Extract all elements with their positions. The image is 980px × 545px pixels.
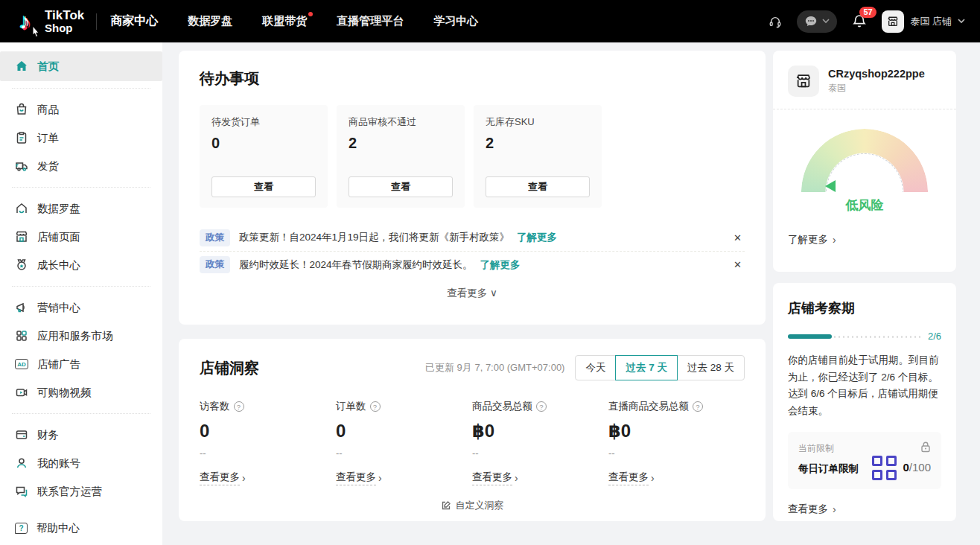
sidebar-item-home[interactable]: 首页: [0, 51, 162, 81]
logo-text-line1: TikTok: [45, 9, 84, 22]
top-nav: ♪♪♪ TikTok Shop 商家中心 数据罗盘 联盟带货 直播管理平台 学习…: [0, 0, 980, 42]
chevron-right-icon: ›: [515, 472, 518, 484]
progress-bar: [788, 334, 920, 339]
sidebar-item-shop-page[interactable]: 店铺页面: [0, 223, 162, 251]
nav-divider: [96, 13, 97, 30]
notice-row: 政策 政策更新！自2024年1月19日起，我们将更新《新手村政策》 了解更多 ✕: [200, 224, 745, 251]
tab-past-7-days[interactable]: 过去 7 天: [615, 355, 678, 380]
shop-country: 泰国: [828, 82, 925, 95]
updated-timestamp: 已更新 9月 7, 7:00 (GMT+07:00): [425, 361, 564, 375]
nav-item-affiliate[interactable]: 联盟带货: [262, 14, 307, 28]
tab-today[interactable]: 今天: [575, 355, 616, 380]
chevron-right-icon: ›: [833, 234, 836, 246]
probation-view-more-link[interactable]: 查看更多 ›: [788, 503, 836, 516]
headset-icon[interactable]: [769, 15, 782, 28]
nav-item-data-compass[interactable]: 数据罗盘: [188, 14, 232, 28]
view-more-link[interactable]: 查看更多›: [336, 471, 382, 485]
tiktok-note-icon: ♪♪♪: [19, 10, 39, 34]
close-icon[interactable]: ✕: [731, 259, 745, 270]
sidebar-footer: ? 帮助中心: [0, 511, 162, 545]
custom-insights-button[interactable]: 自定义洞察: [200, 499, 745, 512]
view-button[interactable]: 查看: [486, 176, 590, 197]
divider: [12, 413, 150, 414]
see-more-toggle[interactable]: 查看更多 ∨: [200, 287, 745, 300]
user-icon: [15, 456, 28, 470]
notification-count-badge: 57: [859, 7, 876, 18]
question-icon[interactable]: ?: [234, 401, 244, 412]
sidebar-item-products[interactable]: 商品: [0, 95, 162, 124]
sidebar-item-growth-center[interactable]: 成长中心: [0, 251, 162, 279]
view-button[interactable]: 查看: [211, 176, 316, 197]
sidebar-item-help-center[interactable]: ? 帮助中心: [0, 514, 162, 542]
edit-icon: [441, 500, 451, 511]
megaphone-icon: [15, 301, 28, 314]
limit-total: /100: [909, 461, 931, 474]
view-more-link[interactable]: 查看更多›: [472, 471, 518, 485]
metric-orders: 订单数? 0 -- 查看更多›: [336, 400, 472, 485]
tab-past-28-days[interactable]: 过去 28 天: [677, 355, 745, 380]
bag-icon: [15, 103, 28, 116]
sidebar-item-finance[interactable]: 财务: [0, 421, 162, 449]
sidebar-item-my-account[interactable]: 我的账号: [0, 449, 162, 477]
lock-icon: [920, 441, 931, 453]
shop-switcher[interactable]: 泰国 店铺: [882, 10, 965, 33]
sidebar-item-shipping[interactable]: 发货: [0, 152, 162, 180]
sidebar-item-orders[interactable]: 订单: [0, 124, 162, 152]
notifications-button[interactable]: 57: [852, 13, 867, 29]
chevron-right-icon: ›: [651, 472, 655, 484]
time-range-tabs: 今天 过去 7 天 过去 28 天: [575, 355, 745, 380]
sidebar-item-app-market[interactable]: 应用和服务市场: [0, 322, 162, 350]
nav-item-seller-center[interactable]: 商家中心: [110, 13, 158, 29]
storefront-icon: [15, 230, 28, 243]
notice-row: 政策 履约时效延长！2024年春节假期商家履约时效延长。 了解更多 ✕: [200, 251, 745, 278]
nav-menu: 商家中心 数据罗盘 联盟带货 直播管理平台 学习中心: [110, 13, 478, 29]
question-icon[interactable]: ?: [536, 401, 547, 412]
close-icon[interactable]: ✕: [731, 232, 745, 243]
limit-name: 每日订单限制: [798, 462, 859, 476]
view-more-link[interactable]: 查看更多›: [608, 471, 655, 485]
risk-learn-more-link[interactable]: 了解更多 ›: [788, 233, 836, 246]
chevron-right-icon: ›: [378, 472, 382, 484]
sidebar-item-contact-official[interactable]: 联系官方运营: [0, 477, 162, 506]
limit-value: 0: [903, 461, 909, 474]
divider: [12, 187, 150, 188]
help-icon: ?: [15, 523, 28, 534]
view-button[interactable]: 查看: [349, 176, 453, 197]
insights-title: 店铺洞察: [200, 358, 259, 378]
chevron-right-icon: ›: [242, 472, 246, 484]
chat-bubble-icon: [804, 15, 818, 28]
chevron-down-icon: [822, 19, 830, 24]
messages-button[interactable]: [797, 10, 837, 33]
clipboard-icon: [15, 131, 28, 144]
sidebar-item-data-compass[interactable]: 数据罗盘: [0, 194, 162, 223]
question-icon[interactable]: ?: [370, 401, 381, 412]
question-icon[interactable]: ?: [693, 401, 703, 412]
tiktok-shop-logo[interactable]: ♪♪♪ TikTok Shop: [19, 9, 84, 34]
ad-icon: AD: [15, 359, 28, 369]
probation-description: 你的店铺目前处于试用期。到目前为止，你已经达到了 2/6 个目标。达到 6/6 …: [788, 352, 941, 420]
nav-item-live-platform[interactable]: 直播管理平台: [337, 14, 404, 28]
policy-tag: 政策: [200, 229, 230, 246]
sidebar-item-shop-ads[interactable]: AD 店铺广告: [0, 350, 162, 378]
nav-item-learning-center[interactable]: 学习中心: [433, 14, 478, 28]
wallet-icon: [15, 428, 28, 442]
order-limit-grid-icon: [872, 456, 897, 480]
view-more-link[interactable]: 查看更多›: [200, 471, 246, 485]
todo-card-out-of-stock: 无库存SKU 2 查看: [474, 105, 602, 208]
chat-icon: [15, 485, 28, 498]
shop-avatar: [788, 66, 819, 97]
chevron-right-icon: ›: [833, 503, 836, 515]
divider: [773, 109, 956, 109]
metric-visitors: 访客数? 0 -- 查看更多›: [200, 400, 336, 485]
sidebar-item-shoppable-video[interactable]: 可购物视频: [0, 378, 162, 407]
shop-name: CRzyqshop222ppe: [828, 68, 925, 80]
sidebar-item-marketing-center[interactable]: 营销中心: [0, 293, 162, 322]
gauge-pointer-icon: [825, 180, 836, 192]
learn-more-link[interactable]: 了解更多: [480, 258, 521, 272]
shop-risk-panel: CRzyqshop222ppe 泰国 低风险 了解更多 ›: [773, 51, 956, 272]
truck-icon: [15, 159, 28, 173]
divider: [12, 286, 150, 287]
grid-icon: [15, 329, 28, 342]
learn-more-link[interactable]: 了解更多: [517, 231, 557, 244]
risk-gauge: [801, 129, 928, 192]
